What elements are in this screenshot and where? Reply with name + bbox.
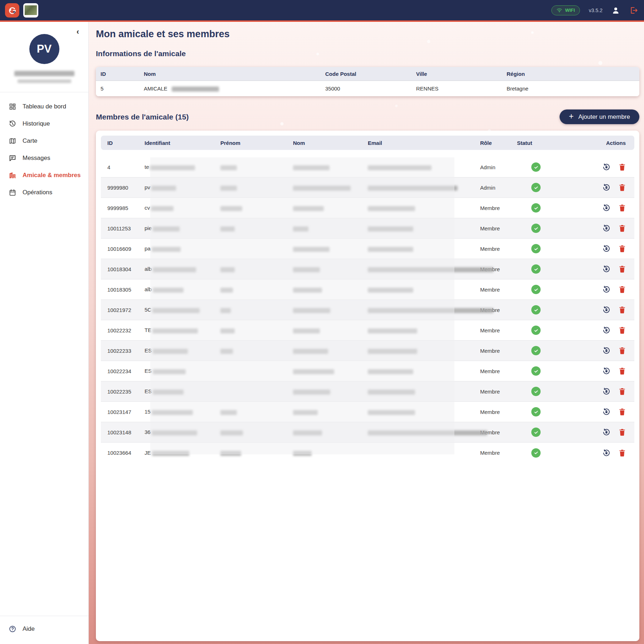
member-status — [517, 203, 571, 213]
sidebar-item-historique[interactable]: Historique — [0, 115, 88, 132]
member-role: Admin — [480, 164, 517, 170]
table-row: 4teAdmin — [101, 157, 634, 177]
delete-member-button[interactable] — [618, 285, 626, 294]
column-header-r-le: Rôle — [480, 140, 517, 146]
member-email — [368, 225, 480, 231]
reset-password-button[interactable] — [602, 204, 611, 212]
sidebar-item-tableau-de-bord[interactable]: Tableau de bord — [0, 98, 88, 115]
column-header-id: ID — [96, 71, 144, 77]
prenom-redacted — [220, 206, 242, 211]
member-prenom — [220, 307, 293, 313]
identifiant-redacted — [152, 430, 197, 435]
member-id: 10022235 — [101, 389, 145, 395]
user-subtitle-redacted — [18, 79, 71, 83]
sidebar-item-messages[interactable]: Messages — [0, 150, 88, 167]
messages-icon — [9, 154, 16, 162]
person-icon — [611, 6, 621, 15]
reset-password-button[interactable] — [602, 306, 611, 314]
member-email — [368, 429, 480, 435]
delete-member-button[interactable] — [618, 306, 626, 314]
member-role: Membre — [480, 450, 517, 456]
delete-member-button[interactable] — [618, 367, 626, 375]
user-account-button[interactable] — [611, 6, 621, 15]
delete-member-button[interactable] — [618, 224, 626, 233]
table-row: 10018305albMembre — [101, 279, 634, 300]
member-identifiant: pv — [145, 184, 220, 190]
member-email — [368, 327, 480, 333]
member-prenom — [220, 429, 293, 435]
member-email — [368, 286, 480, 292]
delete-member-button[interactable] — [618, 346, 626, 355]
trash-icon — [618, 187, 626, 193]
table-row: 9999980pvAdmin — [101, 177, 634, 198]
sidebar-item-aide[interactable]: Aide — [0, 620, 88, 638]
logout-icon — [630, 6, 639, 15]
reset-password-button[interactable] — [602, 224, 611, 233]
reset-password-button[interactable] — [602, 428, 611, 436]
member-status — [517, 407, 571, 416]
add-member-button[interactable]: + Ajouter un membre — [560, 109, 639, 124]
member-id: 10016609 — [101, 246, 145, 252]
prenom-redacted — [220, 410, 237, 415]
reset-password-button[interactable] — [602, 244, 611, 253]
delete-member-button[interactable] — [618, 408, 626, 416]
member-identifiant: JE — [145, 450, 220, 456]
email-redacted — [368, 288, 413, 293]
reset-password-button[interactable] — [602, 387, 611, 396]
delete-member-button[interactable] — [618, 244, 626, 253]
table-row: 1002314836Membre — [101, 422, 634, 443]
delete-member-button[interactable] — [618, 265, 626, 273]
prenom-redacted — [220, 451, 241, 456]
reset-password-button[interactable] — [602, 346, 611, 355]
member-email — [368, 266, 480, 272]
sidebar-bottom: Aide — [0, 616, 88, 644]
reset-password-button[interactable] — [602, 367, 611, 375]
column-header-nom: Nom — [293, 140, 368, 146]
member-prenom — [220, 409, 293, 415]
member-identifiant: pa — [145, 245, 220, 252]
wifi-status-badge: WIFI — [551, 5, 580, 15]
email-redacted — [368, 369, 413, 374]
delete-member-button[interactable] — [618, 204, 626, 212]
member-identifiant: TE — [145, 327, 220, 333]
reset-password-button[interactable] — [602, 285, 611, 294]
delete-member-button[interactable] — [618, 183, 626, 192]
trash-icon — [618, 289, 626, 295]
collapse-sidebar-button[interactable]: ‹ — [74, 28, 81, 36]
member-id: 10018305 — [101, 287, 145, 293]
sidebar-item-carte[interactable]: Carte — [0, 132, 88, 150]
reset-password-button[interactable] — [602, 163, 611, 171]
member-id: 10011253 — [101, 225, 145, 231]
identifiant-redacted — [152, 328, 198, 333]
prenom-redacted — [220, 308, 231, 313]
delete-member-button[interactable] — [618, 387, 626, 396]
member-identifiant: pie — [145, 225, 220, 231]
email-redacted — [368, 430, 487, 435]
member-prenom — [220, 164, 293, 170]
reset-password-button[interactable] — [602, 183, 611, 192]
reset-password-button[interactable] — [602, 326, 611, 335]
delete-member-button[interactable] — [618, 428, 626, 436]
sidebar-item-op-rations[interactable]: Opérations — [0, 184, 88, 201]
amicale-table-row: 5 AMICALE 35000 RENNES Bretagne — [96, 81, 639, 96]
member-status — [517, 244, 571, 253]
reset-password-button[interactable] — [602, 408, 611, 416]
table-row: 10018304albMembre — [101, 259, 634, 279]
status-active-icon — [531, 428, 541, 437]
email-redacted — [368, 186, 458, 191]
reset-password-button[interactable] — [602, 449, 611, 457]
identifiant-redacted — [153, 288, 184, 293]
amicale-table-header: IDNomCode PostalVilleRégion — [96, 67, 639, 81]
member-prenom — [220, 184, 293, 190]
delete-member-button[interactable] — [618, 163, 626, 171]
member-email — [368, 307, 480, 313]
member-status — [517, 285, 571, 294]
sidebar-item-amicale-membres[interactable]: Amicale & membres — [0, 167, 88, 184]
reset-password-button[interactable] — [602, 265, 611, 273]
lock-reset-icon — [602, 371, 611, 376]
member-id: 10023664 — [101, 450, 145, 456]
delete-member-button[interactable] — [618, 449, 626, 457]
member-email — [368, 245, 480, 252]
logout-button[interactable] — [630, 6, 639, 15]
delete-member-button[interactable] — [618, 326, 626, 335]
